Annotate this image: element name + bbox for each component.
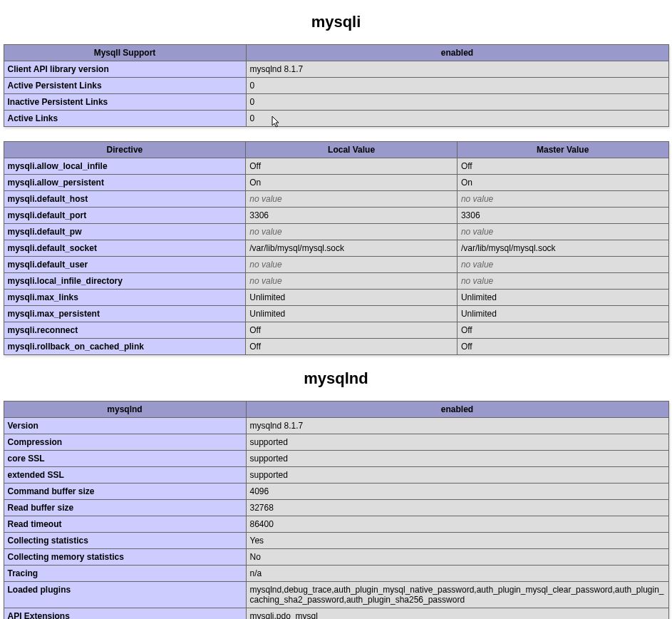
table-row: Client API library versionmysqlnd 8.1.7 xyxy=(4,61,668,78)
table-row: mysqli.local_infile_directoryno valueno … xyxy=(4,273,668,290)
directive-value: Unlimited xyxy=(457,306,668,322)
table-row: Command buffer size4096 xyxy=(4,484,668,500)
table-row: Inactive Persistent Links0 xyxy=(4,94,668,111)
directive-value: Off xyxy=(457,339,668,355)
table-row: Loaded pluginsmysqlnd,debug_trace,auth_p… xyxy=(4,582,668,608)
info-table: MysqlI SupportenabledClient API library … xyxy=(4,44,669,127)
directive-name: Read timeout xyxy=(4,516,246,533)
directive-value: supported xyxy=(246,467,668,484)
table-row: mysqli.default_port33063306 xyxy=(4,208,668,224)
directive-name: mysqli.reconnect xyxy=(4,322,246,339)
directive-name: API Extensions xyxy=(4,608,246,620)
directive-name: mysqli.default_pw xyxy=(4,224,246,240)
table-row: API Extensionsmysqli,pdo_mysql xyxy=(4,608,668,620)
table-header: MysqlI Support xyxy=(4,45,246,61)
table-row: mysqli.max_linksUnlimitedUnlimited xyxy=(4,290,668,306)
directive-value: 32768 xyxy=(246,500,668,516)
section-title: mysqli xyxy=(0,13,672,31)
directive-name: Version xyxy=(4,418,246,434)
directive-name: Collecting memory statistics xyxy=(4,549,246,566)
directive-value: no value xyxy=(457,273,668,290)
directive-name: extended SSL xyxy=(4,467,246,484)
directive-value: supported xyxy=(246,451,668,467)
table-header: enabled xyxy=(246,401,668,418)
table-row: mysqli.rollback_on_cached_plinkOffOff xyxy=(4,339,668,355)
directive-value: mysqlnd 8.1.7 xyxy=(246,418,668,434)
table-row: mysqli.default_pwno valueno value xyxy=(4,224,668,240)
directive-name: mysqli.max_links xyxy=(4,290,246,306)
directive-name: mysqli.default_host xyxy=(4,191,246,208)
directive-name: mysqli.max_persistent xyxy=(4,306,246,322)
table-row: extended SSLsupported xyxy=(4,467,668,484)
table-row: mysqli.max_persistentUnlimitedUnlimited xyxy=(4,306,668,322)
table-row: mysqli.default_hostno valueno value xyxy=(4,191,668,208)
directive-value: no value xyxy=(246,191,458,208)
table-row: mysqli.allow_local_infileOffOff xyxy=(4,158,668,175)
table-row: Collecting memory statisticsNo xyxy=(4,549,668,566)
directive-value: no value xyxy=(246,257,458,273)
directive-value: On xyxy=(457,175,668,191)
directive-value: mysqlnd 8.1.7 xyxy=(246,61,668,78)
directive-name: mysqli.allow_persistent xyxy=(4,175,246,191)
directive-value: No xyxy=(246,549,668,566)
directive-value: supported xyxy=(246,434,668,451)
table-row: core SSLsupported xyxy=(4,451,668,467)
directive-value: 3306 xyxy=(457,208,668,224)
directive-value: no value xyxy=(457,191,668,208)
directive-value: Off xyxy=(246,339,458,355)
directive-value: /var/lib/mysql/mysql.sock xyxy=(457,240,668,257)
directive-value: 0 xyxy=(246,111,668,127)
directive-name: Command buffer size xyxy=(4,484,246,500)
directive-value: 86400 xyxy=(246,516,668,533)
directive-value: mysqlnd,debug_trace,auth_plugin_mysql_na… xyxy=(246,582,668,608)
directive-name: mysqli.default_port xyxy=(4,208,246,224)
directive-value: /var/lib/mysql/mysql.sock xyxy=(246,240,458,257)
table-row: mysqli.default_userno valueno value xyxy=(4,257,668,273)
directive-value: Yes xyxy=(246,533,668,549)
table-row: Read buffer size32768 xyxy=(4,500,668,516)
directive-value: 0 xyxy=(246,94,668,111)
directive-value: n/a xyxy=(246,566,668,582)
directive-value: 3306 xyxy=(246,208,458,224)
directive-value: Unlimited xyxy=(246,290,458,306)
no-value: no value xyxy=(249,194,281,204)
directive-name: Tracing xyxy=(4,566,246,582)
no-value: no value xyxy=(461,194,493,204)
table-row: Compressionsupported xyxy=(4,434,668,451)
directive-value: no value xyxy=(457,257,668,273)
table-header: mysqlnd xyxy=(4,401,246,418)
table-row: Active Persistent Links0 xyxy=(4,78,668,94)
table-header: enabled xyxy=(246,45,668,61)
directive-value: Unlimited xyxy=(246,306,458,322)
no-value: no value xyxy=(249,276,281,286)
directive-value: Off xyxy=(457,322,668,339)
directive-name: mysqli.local_infile_directory xyxy=(4,273,246,290)
no-value: no value xyxy=(249,260,281,270)
no-value: no value xyxy=(461,276,493,286)
table-row: Read timeout86400 xyxy=(4,516,668,533)
table-header: Master Value xyxy=(457,142,668,158)
directive-name: mysqli.default_socket xyxy=(4,240,246,257)
section-title: mysqlnd xyxy=(0,369,672,388)
directive-value: Unlimited xyxy=(457,290,668,306)
info-table: mysqlndenabledVersionmysqlnd 8.1.7Compre… xyxy=(4,401,669,619)
directive-name: Collecting statistics xyxy=(4,533,246,549)
info-table: DirectiveLocal ValueMaster Valuemysqli.a… xyxy=(4,141,669,355)
directive-value: mysqli,pdo_mysql xyxy=(246,608,668,620)
directive-name: Inactive Persistent Links xyxy=(4,94,246,111)
directive-name: Read buffer size xyxy=(4,500,246,516)
directive-value: Off xyxy=(246,158,458,175)
directive-value: 0 xyxy=(246,78,668,94)
no-value: no value xyxy=(461,227,493,237)
directive-value: no value xyxy=(246,224,458,240)
directive-name: mysqli.allow_local_infile xyxy=(4,158,246,175)
directive-value: no value xyxy=(457,224,668,240)
directive-value: Off xyxy=(246,322,458,339)
table-row: mysqli.default_socket/var/lib/mysql/mysq… xyxy=(4,240,668,257)
table-header: Directive xyxy=(4,142,246,158)
directive-name: Compression xyxy=(4,434,246,451)
directive-name: Active Persistent Links xyxy=(4,78,246,94)
no-value: no value xyxy=(461,260,493,270)
table-row: mysqli.reconnectOffOff xyxy=(4,322,668,339)
table-row: Collecting statisticsYes xyxy=(4,533,668,549)
